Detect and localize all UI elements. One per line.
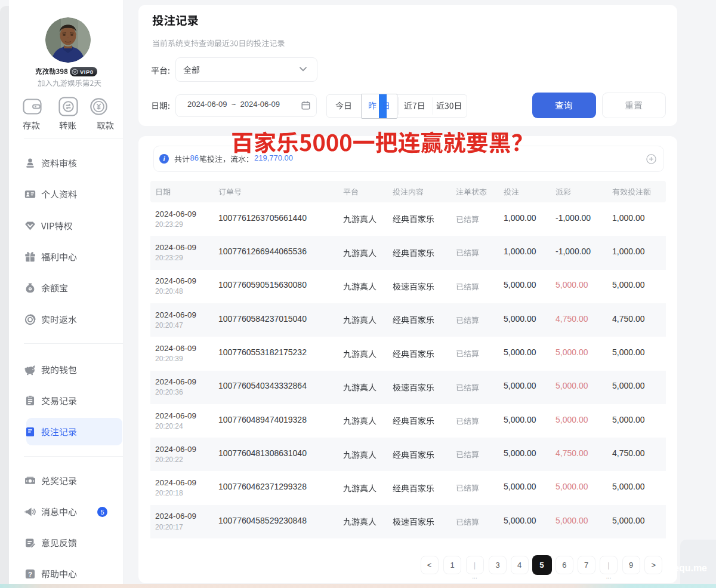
svg-text:?: ? xyxy=(28,570,32,578)
